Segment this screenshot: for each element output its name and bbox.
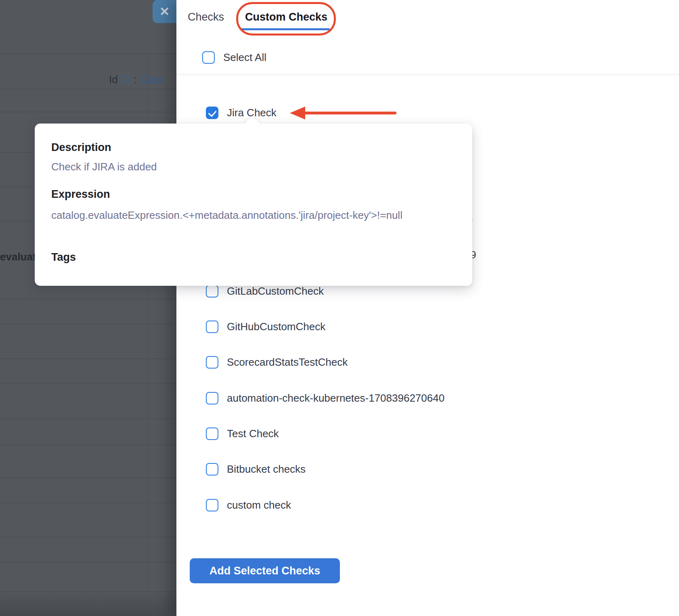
- table-row-divider: [0, 445, 176, 445]
- evaluate-text-fragment: evaluat: [0, 251, 40, 263]
- check-label: custom check: [227, 499, 291, 511]
- automation-checkbox[interactable]: [206, 392, 218, 404]
- id-header-label: Id: [109, 73, 118, 86]
- table-row-divider: [0, 186, 35, 187]
- table-row-divider: [0, 537, 176, 537]
- screen: Id i : Cata evaluat ✕ Checks Custom Chec…: [0, 0, 679, 616]
- select-all-checkbox[interactable]: [202, 51, 215, 64]
- test-check-checkbox[interactable]: [206, 427, 218, 440]
- table-row-divider: [0, 299, 176, 299]
- info-icon: i: [122, 75, 130, 84]
- check-label: GitHubCustomCheck: [227, 321, 325, 333]
- select-all-label: Select All: [223, 51, 266, 64]
- tabs-bar: Checks Custom Checks: [176, 0, 679, 35]
- check-row-custom[interactable]: custom check: [206, 497, 291, 513]
- gitlab-checkbox[interactable]: [206, 285, 218, 298]
- description-heading: Description: [51, 141, 111, 154]
- table-row-divider: [0, 221, 35, 221]
- table-footer-band: [0, 592, 176, 616]
- drawer-close-button[interactable]: ✕: [153, 0, 176, 23]
- table-row-divider: [0, 478, 176, 478]
- catalog-link-fragment: Cata: [140, 73, 163, 86]
- check-label: Test Check: [227, 427, 279, 440]
- table-row-divider: [0, 358, 176, 359]
- table-row-divider: [0, 419, 176, 419]
- active-tab-underline: [240, 28, 330, 30]
- table-row-divider: [0, 112, 176, 112]
- custom-checks-drawer: Checks Custom Checks Select All Jira Che…: [176, 0, 679, 616]
- table-row-divider: [0, 383, 176, 384]
- custom-check-checkbox[interactable]: [206, 499, 218, 511]
- check-label: Bitbucket checks: [227, 463, 306, 476]
- expression-heading: Expression: [51, 188, 110, 201]
- close-icon: ✕: [159, 6, 170, 18]
- check-label: automation-check-kubernetes-170839627064…: [227, 392, 444, 404]
- check-label: ScorecardStatsTestCheck: [227, 356, 348, 369]
- select-all-row[interactable]: Select All: [176, 35, 679, 74]
- id-colon: :: [134, 73, 137, 86]
- check-label: GitLabCustomCheck: [227, 285, 324, 298]
- dimmed-background: Id i : Cata evaluat ✕: [0, 0, 176, 616]
- scorecardstats-checkbox[interactable]: [206, 356, 218, 369]
- check-row-test[interactable]: Test Check: [206, 425, 279, 442]
- description-text: Check if JIRA is added: [51, 161, 157, 173]
- table-row-divider: [0, 89, 176, 89]
- table-header-id: Id i : Cata: [109, 73, 163, 86]
- bitbucket-checkbox[interactable]: [206, 463, 218, 476]
- github-checkbox[interactable]: [206, 321, 218, 333]
- add-selected-checks-button[interactable]: Add Selected Checks: [190, 558, 340, 583]
- check-row-jira[interactable]: Jira Check: [206, 104, 277, 121]
- table-row-divider: [0, 54, 176, 54]
- table-row-divider: [0, 562, 176, 563]
- jira-check-checkbox[interactable]: [206, 107, 218, 119]
- check-row-scorecardstats[interactable]: ScorecardStatsTestCheck: [206, 354, 348, 371]
- table-row-divider: [0, 152, 35, 153]
- expression-text: catalog.evaluateExpression.<+metadata.an…: [51, 209, 402, 222]
- check-row-github[interactable]: GitHubCustomCheck: [206, 318, 325, 335]
- tags-heading: Tags: [51, 251, 76, 264]
- table-row-divider: [0, 324, 176, 325]
- check-row-automation[interactable]: automation-check-kubernetes-170839627064…: [206, 390, 444, 406]
- table-row-divider: [0, 503, 176, 503]
- tab-checks[interactable]: Checks: [188, 0, 224, 34]
- check-row-bitbucket[interactable]: Bitbucket checks: [206, 461, 306, 478]
- check-details-popover: Description Check if JIRA is added Expre…: [35, 124, 472, 286]
